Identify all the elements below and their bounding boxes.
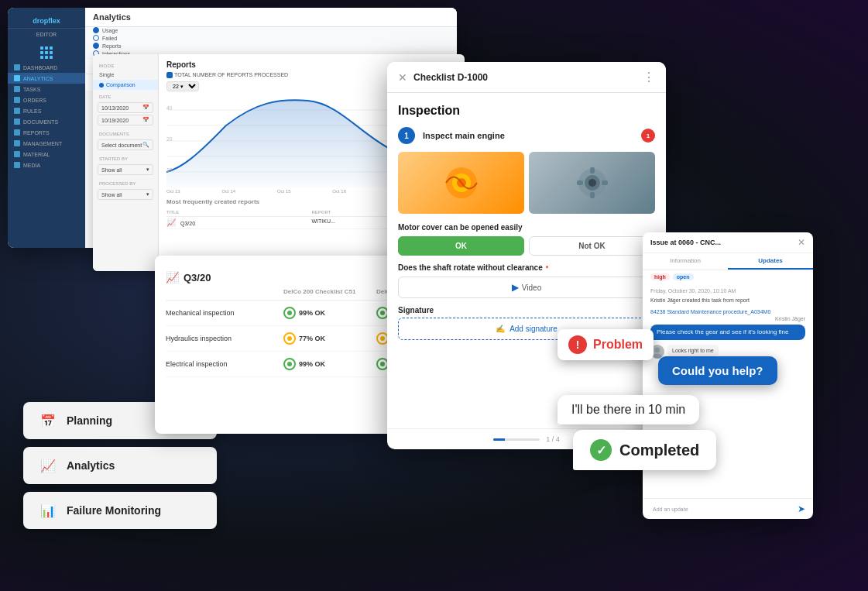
tab-information[interactable]: Information <box>643 253 728 270</box>
sidebar-item-tasks[interactable]: TASKS <box>8 84 85 94</box>
svg-text:20: 20 <box>166 136 173 142</box>
completed-icon: ✓ <box>590 439 612 461</box>
grid-icon <box>8 43 85 62</box>
issue-badges: high open <box>643 270 813 283</box>
question1-buttons: OK Not OK <box>398 236 655 256</box>
page-indicator: 1 / 4 <box>546 435 560 443</box>
svg-rect-17 <box>602 180 608 185</box>
checklist-modal: ✕ Checklist D-1000 ⋮ Inspection 1 Inspec… <box>387 62 666 449</box>
step-badge: 1 <box>641 129 655 143</box>
problem-badge: ! Problem <box>558 329 654 360</box>
rp-processed-by[interactable]: Show all▾ <box>98 189 153 200</box>
video-button[interactable]: ▶ Video <box>398 277 655 298</box>
failure-monitoring-icon: 📊 <box>39 501 57 520</box>
video-icon: ▶ <box>512 282 519 293</box>
completed-label: Completed <box>619 442 699 459</box>
issue-header: Issue at 0060 - CNC... ✕ <box>643 232 813 253</box>
checklist-step: 1 Inspect main engine 1 <box>398 127 655 144</box>
sidebar-item-management[interactable]: MANAGEMENT <box>8 138 85 149</box>
sidebar-item-material[interactable]: MATERIAL <box>8 149 85 160</box>
checklist-close-button[interactable]: ✕ <box>398 71 407 84</box>
step-number: 1 <box>398 127 415 144</box>
rp-mode-comparison[interactable]: Comparison <box>93 80 158 90</box>
feature-card-failure-monitoring[interactable]: 📊 Failure Monitoring <box>23 492 217 529</box>
checklist-section-title: Inspection <box>398 104 655 118</box>
step-label: Inspect main engine <box>423 131 505 140</box>
sidebar-editor-label: EDITOR <box>8 32 85 37</box>
engine-image <box>398 152 524 214</box>
sidebar-item-media[interactable]: MEDIA <box>8 160 85 170</box>
x-label-1: Oct 13 <box>166 189 180 194</box>
problem-label: Problem <box>593 338 643 352</box>
svg-point-18 <box>655 348 660 353</box>
rp-date-to[interactable]: 10/19/2020📅 <box>98 115 153 125</box>
issue-close-button[interactable]: ✕ <box>798 237 805 248</box>
issue-footer: Add an update ➤ <box>643 498 813 519</box>
problem-icon: ! <box>568 335 587 354</box>
analytics-label: Analytics <box>67 459 115 472</box>
not-ok-button[interactable]: Not OK <box>529 236 655 256</box>
issue-tabs: Information Updates <box>643 253 813 270</box>
issue-author: Kristin Jäger <box>650 316 805 321</box>
app-logo: dropflex <box>8 14 85 29</box>
signature-icon: ✍ <box>496 325 505 333</box>
failure-monitoring-label: Failure Monitoring <box>67 504 161 517</box>
be-there-label: I'll be there in 10 min <box>571 403 685 416</box>
svg-rect-14 <box>590 167 595 174</box>
checklist-title: Checklist D-1000 <box>413 72 488 83</box>
issue-event: Kristin Jäger created this task from rep… <box>650 297 805 304</box>
svg-point-13 <box>588 179 596 187</box>
app-sidebar: dropflex EDITOR DASHBOARD ANALYTICS TASK… <box>8 8 85 248</box>
update-input[interactable]: Add an update <box>650 504 794 514</box>
question2-label: Does the shaft rotate without clearance … <box>398 263 655 272</box>
planning-label: Planning <box>67 414 112 427</box>
gear-image <box>529 152 655 214</box>
issue-date: Friday, October 30, 2020, 10:10 AM <box>650 288 805 294</box>
svg-rect-15 <box>590 192 595 198</box>
x-label-4: Oct 16 <box>332 189 346 194</box>
sidebar-item-rules[interactable]: RULES <box>8 105 85 116</box>
checklist-body: Inspection 1 Inspect main engine 1 <box>387 93 666 428</box>
rp-started-by[interactable]: Show all▾ <box>98 164 153 175</box>
x-label-2: Oct 14 <box>221 189 235 194</box>
rp-mode-single[interactable]: Single <box>93 70 158 80</box>
rp-date-from[interactable]: 10/13/2020📅 <box>98 102 153 113</box>
analytics-icon: 📈 <box>39 456 57 475</box>
required-marker: * <box>546 264 549 272</box>
rp-document-select[interactable]: Select document🔍 <box>98 139 153 150</box>
sidebar-item-orders[interactable]: ORDERS <box>8 94 85 105</box>
sidebar-item-analytics[interactable]: ANALYTICS <box>8 73 85 84</box>
priority-badge: high <box>650 273 670 280</box>
send-button[interactable]: ➤ <box>798 503 805 514</box>
completed-message: ✓ Completed <box>573 430 716 470</box>
checklist-header: ✕ Checklist D-1000 ⋮ <box>387 62 666 93</box>
issue-reply: Looks right to me <box>667 345 719 356</box>
issue-message: Please check the gear and see if it's lo… <box>650 325 805 340</box>
analytics-title: Analytics <box>93 12 449 22</box>
issue-event-id[interactable]: 84238 Standard Maintenance procedure_A03… <box>650 309 805 314</box>
status-badge: open <box>673 273 694 280</box>
signature-label: Signature <box>398 306 655 314</box>
svg-text:10: 10 <box>166 167 173 173</box>
sidebar-item-dashboard[interactable]: DASHBOARD <box>8 62 85 73</box>
tab-updates[interactable]: Updates <box>728 253 813 270</box>
inspection-images <box>398 152 655 214</box>
issue-title: Issue at 0060 - CNC... <box>650 239 721 246</box>
could-you-help-bubble: Could you help? <box>658 356 777 385</box>
question1-label: Motor cover can be opened easily <box>398 223 655 232</box>
chart-badge-total: TOTAL NUMBER OF REPORTS PROCESSED <box>166 72 288 78</box>
reports-view-select[interactable]: 22 ▾ <box>166 81 199 91</box>
sidebar-item-reports[interactable]: REPORTS <box>8 127 85 138</box>
reports-sidebar: MODE Single Comparison DATE 10/13/2020📅 … <box>93 54 159 271</box>
col-title: TITLE <box>166 210 312 215</box>
sidebar-item-documents[interactable]: DOCUMENTS <box>8 116 85 127</box>
svg-rect-16 <box>577 180 583 185</box>
ok-button[interactable]: OK <box>398 236 524 256</box>
x-label-3: Oct 15 <box>277 189 291 194</box>
checklist-menu-button[interactable]: ⋮ <box>643 70 655 84</box>
feature-card-analytics[interactable]: 📈 Analytics <box>23 447 217 484</box>
progress-bar <box>493 438 540 441</box>
planning-icon: 📅 <box>39 411 57 430</box>
could-you-help-label: Could you help? <box>672 364 763 377</box>
be-there-message: I'll be there in 10 min <box>558 395 699 424</box>
